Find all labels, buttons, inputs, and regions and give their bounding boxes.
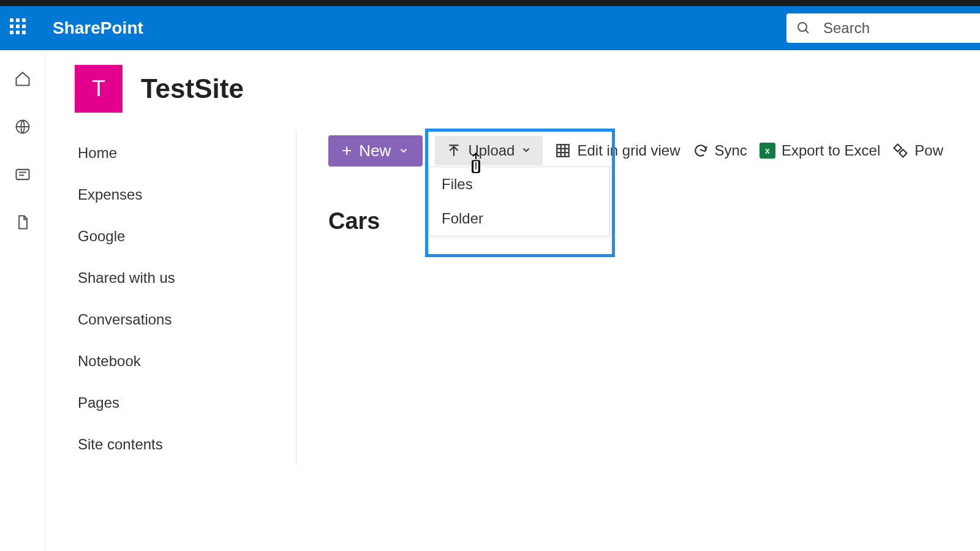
svg-point-0: [798, 23, 807, 31]
nav-google[interactable]: Google: [75, 216, 296, 257]
chevron-down-icon: [398, 141, 409, 160]
globe-icon[interactable]: [12, 116, 33, 137]
grid-icon: [555, 143, 571, 159]
svg-rect-13: [894, 144, 902, 152]
left-nav: Home Expenses Google Shared with us Conv…: [75, 131, 296, 465]
command-bar: + New Upload: [328, 133, 980, 168]
power-label: Pow: [914, 142, 943, 159]
nav-shared[interactable]: Shared with us: [75, 257, 296, 299]
app-launcher-icon[interactable]: [10, 18, 29, 38]
svg-line-1: [805, 30, 809, 33]
site-header: T TestSite: [75, 65, 980, 113]
sync-icon: [693, 143, 709, 159]
svg-rect-3: [16, 170, 29, 179]
home-icon[interactable]: [12, 69, 33, 89]
sync-label: Sync: [715, 142, 747, 159]
nav-conversations[interactable]: Conversations: [75, 299, 296, 340]
nav-expenses[interactable]: Expenses: [75, 174, 296, 216]
search-icon: [796, 21, 811, 36]
new-button-label: New: [359, 141, 391, 160]
upload-button[interactable]: Upload: [435, 136, 543, 165]
upload-button-label: Upload: [468, 142, 514, 159]
product-name[interactable]: SharePoint: [53, 18, 143, 38]
news-icon[interactable]: [12, 164, 33, 185]
site-title[interactable]: TestSite: [141, 73, 244, 104]
upload-folder-item[interactable]: Folder: [429, 201, 609, 236]
site-logo[interactable]: T: [75, 65, 123, 113]
export-excel-label: Export to Excel: [782, 142, 880, 159]
edit-grid-button[interactable]: Edit in grid view: [555, 142, 680, 159]
search-placeholder: Search: [823, 20, 870, 37]
power-button[interactable]: Pow: [892, 142, 943, 159]
app-rail: [0, 50, 45, 551]
list-title: Cars: [328, 208, 980, 234]
upload-icon: [446, 143, 462, 159]
power-icon: [892, 143, 908, 159]
edit-grid-label: Edit in grid view: [577, 142, 680, 159]
plus-icon: +: [342, 142, 352, 159]
nav-home[interactable]: Home: [75, 132, 296, 174]
export-excel-button[interactable]: x Export to Excel: [760, 142, 880, 159]
nav-pages[interactable]: Pages: [75, 382, 296, 424]
file-icon[interactable]: [12, 212, 33, 233]
sync-button[interactable]: Sync: [693, 142, 747, 159]
browser-chrome-bar: [0, 0, 980, 6]
excel-icon: x: [760, 143, 775, 159]
svg-rect-14: [899, 149, 907, 157]
svg-rect-8: [557, 144, 570, 157]
new-button[interactable]: + New: [328, 135, 423, 167]
search-box[interactable]: Search: [786, 13, 980, 43]
suite-bar: SharePoint Search: [0, 6, 980, 50]
chevron-down-icon: [521, 142, 532, 159]
nav-site-contents[interactable]: Site contents: [75, 424, 296, 465]
upload-files-item[interactable]: Files: [429, 167, 609, 201]
nav-notebook[interactable]: Notebook: [75, 340, 296, 382]
upload-dropdown: Files Folder: [429, 167, 610, 236]
